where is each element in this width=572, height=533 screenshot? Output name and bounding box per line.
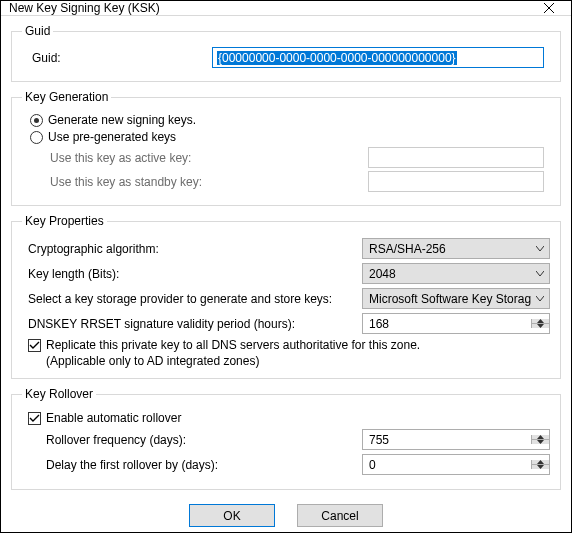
close-icon <box>544 3 554 13</box>
delay-spinner[interactable]: 0 <box>362 454 550 475</box>
replicate-row[interactable]: Replicate this private key to all DNS se… <box>28 338 550 352</box>
guid-label: Guid: <box>22 51 212 65</box>
algo-label: Cryptographic algorithm: <box>22 242 362 256</box>
freq-spinner[interactable]: 755 <box>362 429 550 450</box>
enable-rollover-label: Enable automatic rollover <box>46 411 181 425</box>
delay-label: Delay the first rollover by (days): <box>22 458 362 472</box>
freq-label: Rollover frequency (days): <box>22 433 362 447</box>
keylen-label: Key length (Bits): <box>22 267 362 281</box>
replicate-note: (Applicable only to AD integrated zones) <box>46 354 550 368</box>
dialog-window: New Key Signing Key (KSK) Guid Guid: {00… <box>0 0 572 533</box>
check-icon <box>29 413 40 424</box>
spinner-buttons <box>531 460 549 469</box>
delay-row: Delay the first rollover by (days): 0 <box>22 454 550 475</box>
delay-value: 0 <box>363 458 531 472</box>
keyprops-legend: Key Properties <box>22 214 107 228</box>
algo-row: Cryptographic algorithm: RSA/SHA-256 <box>22 238 550 259</box>
standby-key-label: Use this key as standby key: <box>50 175 230 189</box>
validity-value: 168 <box>363 317 531 331</box>
svg-marker-3 <box>537 324 544 328</box>
keygen-group: Key Generation Generate new signing keys… <box>11 90 561 206</box>
content-area: Guid Guid: {00000000-0000-0000-0000-0000… <box>1 16 571 533</box>
enable-rollover-checkbox[interactable] <box>28 412 41 425</box>
close-button[interactable] <box>527 1 571 15</box>
guid-legend: Guid <box>22 24 53 38</box>
cancel-button[interactable]: Cancel <box>297 504 383 527</box>
ok-button[interactable]: OK <box>189 504 275 527</box>
spin-down-button[interactable] <box>532 464 549 469</box>
chevron-down-icon <box>531 289 549 308</box>
window-title: New Key Signing Key (KSK) <box>9 1 527 15</box>
enable-rollover-row[interactable]: Enable automatic rollover <box>28 411 550 425</box>
guid-value: {00000000-0000-0000-0000-000000000000} <box>217 51 457 65</box>
keylen-value: 2048 <box>363 267 531 281</box>
validity-spinner[interactable]: 168 <box>362 313 550 334</box>
spin-down-button[interactable] <box>532 323 549 328</box>
radio-pregen[interactable] <box>30 131 43 144</box>
radio-generate[interactable] <box>30 114 43 127</box>
ksp-value: Microsoft Software Key Storage Prov <box>363 292 531 306</box>
button-bar: OK Cancel <box>11 496 561 533</box>
ksp-label: Select a key storage provider to generat… <box>22 292 362 306</box>
guid-input[interactable]: {00000000-0000-0000-0000-000000000000} <box>212 47 544 68</box>
check-icon <box>29 340 40 351</box>
freq-value: 755 <box>363 433 531 447</box>
active-key-row: Use this key as active key: <box>50 147 550 168</box>
chevron-down-icon <box>531 239 549 258</box>
spinner-buttons <box>531 435 549 444</box>
radio-pregen-row[interactable]: Use pre-generated keys <box>30 130 550 144</box>
ksp-row: Select a key storage provider to generat… <box>22 288 550 309</box>
algo-value: RSA/SHA-256 <box>363 242 531 256</box>
validity-row: DNSKEY RRSET signature validity period (… <box>22 313 550 334</box>
svg-marker-5 <box>537 440 544 444</box>
standby-key-row: Use this key as standby key: <box>50 171 550 192</box>
guid-row: Guid: {00000000-0000-0000-0000-000000000… <box>22 47 550 68</box>
rollover-group: Key Rollover Enable automatic rollover R… <box>11 387 561 490</box>
active-key-input <box>368 147 544 168</box>
standby-key-input <box>368 171 544 192</box>
keygen-legend: Key Generation <box>22 90 111 104</box>
replicate-checkbox[interactable] <box>28 339 41 352</box>
radio-generate-row[interactable]: Generate new signing keys. <box>30 113 550 127</box>
svg-marker-7 <box>537 465 544 469</box>
guid-group: Guid Guid: {00000000-0000-0000-0000-0000… <box>11 24 561 82</box>
chevron-down-icon <box>531 264 549 283</box>
validity-label: DNSKEY RRSET signature validity period (… <box>22 317 362 331</box>
freq-row: Rollover frequency (days): 755 <box>22 429 550 450</box>
ksp-select[interactable]: Microsoft Software Key Storage Prov <box>362 288 550 309</box>
replicate-label: Replicate this private key to all DNS se… <box>46 338 420 352</box>
keylen-select[interactable]: 2048 <box>362 263 550 284</box>
radio-pregen-label: Use pre-generated keys <box>48 130 176 144</box>
spin-down-button[interactable] <box>532 439 549 444</box>
titlebar: New Key Signing Key (KSK) <box>1 1 571 16</box>
radio-generate-label: Generate new signing keys. <box>48 113 196 127</box>
keyprops-group: Key Properties Cryptographic algorithm: … <box>11 214 561 379</box>
algo-select[interactable]: RSA/SHA-256 <box>362 238 550 259</box>
active-key-label: Use this key as active key: <box>50 151 230 165</box>
keylen-row: Key length (Bits): 2048 <box>22 263 550 284</box>
spinner-buttons <box>531 319 549 328</box>
rollover-legend: Key Rollover <box>22 387 96 401</box>
